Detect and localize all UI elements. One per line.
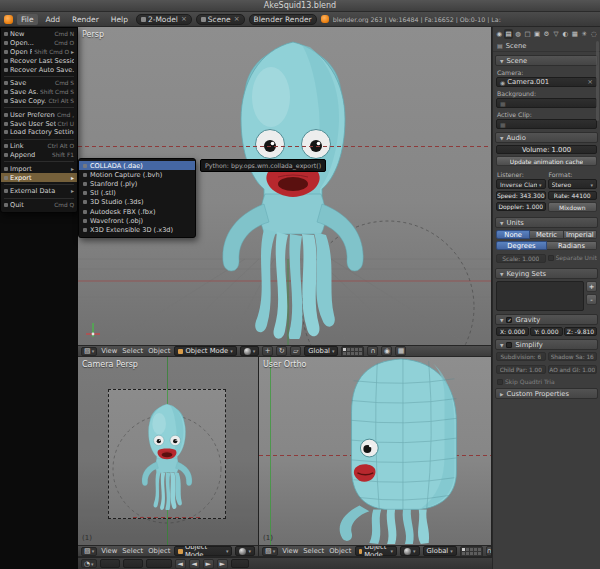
audio-panel-header[interactable]: Audio xyxy=(495,132,598,143)
custom-properties-panel-header[interactable]: Custom Properties xyxy=(495,388,598,399)
keying-sets-list[interactable] xyxy=(496,281,584,311)
channels-select[interactable]: Stereo xyxy=(548,179,598,189)
object-menu[interactable]: Object xyxy=(147,547,171,555)
file-menu-item-external-data[interactable]: External Data xyxy=(1,187,77,196)
unit-scale-field[interactable]: Scale: 1.000 xyxy=(496,254,546,263)
file-menu-item-open[interactable]: Open... Cmd O xyxy=(1,39,77,48)
simplify-checkbox[interactable] xyxy=(506,342,512,348)
units-imperial-button[interactable]: Imperial xyxy=(564,230,597,239)
simplify-shadow-samples-field[interactable]: Shadow Sa: 16 xyxy=(548,352,598,361)
material-tab-icon[interactable] xyxy=(561,29,569,39)
select-menu[interactable]: Select xyxy=(121,547,144,555)
squid-model[interactable] xyxy=(198,39,388,339)
timeline-editor-select[interactable] xyxy=(81,559,97,568)
file-menu-item-load-factory-settings[interactable]: Load Factory Settings xyxy=(1,128,77,137)
viewport-camera[interactable]: Camera Persp (1) xyxy=(78,357,259,545)
export-3ds-item[interactable]: 3D Studio (.3ds) xyxy=(79,198,195,207)
separate-units-checkbox[interactable]: Separate Units xyxy=(548,254,598,261)
file-menu-item-user-preferences[interactable]: User Preferences... Cmd , xyxy=(1,110,77,119)
file-menu-item-link[interactable]: Link Ctrl Alt O xyxy=(1,142,77,151)
scene-tab-icon[interactable] xyxy=(504,29,512,39)
texture-tab-icon[interactable] xyxy=(571,29,579,39)
menu-render[interactable]: Render xyxy=(68,14,103,25)
current-frame-field[interactable] xyxy=(146,559,172,568)
gravity-checkbox[interactable] xyxy=(506,317,512,323)
file-menu-item-import[interactable]: Import xyxy=(1,164,77,173)
render-tab-icon[interactable] xyxy=(495,29,503,39)
render-animation-button[interactable] xyxy=(395,346,406,356)
shading-select[interactable] xyxy=(235,546,255,556)
file-menu-item-save-as[interactable]: Save As... Shift Cmd S xyxy=(1,88,77,97)
clear-icon[interactable] xyxy=(587,78,593,86)
object-tab-icon[interactable] xyxy=(523,29,531,39)
export-obj-item[interactable]: Wavefront (.obj) xyxy=(79,216,195,225)
file-menu-item-save-user-settings[interactable]: Save User Settings Ctrl U xyxy=(1,119,77,128)
background-select[interactable] xyxy=(496,98,597,108)
update-animation-cache-button[interactable]: Update animation cache xyxy=(496,156,597,166)
camera-select[interactable]: Camera.001 xyxy=(496,77,597,87)
file-menu-item-save-copy[interactable]: Save Copy... Ctrl Alt S xyxy=(1,97,77,106)
layers-widget[interactable] xyxy=(460,546,483,557)
sync-select[interactable] xyxy=(231,559,249,568)
skip-quadtri-checkbox[interactable]: Skip Quadtri Tria xyxy=(497,378,596,385)
editor-type-select[interactable] xyxy=(262,547,278,556)
editor-type-select[interactable] xyxy=(81,347,97,356)
world-tab-icon[interactable] xyxy=(514,29,522,39)
export-collada-item[interactable]: COLLADA (.dae) xyxy=(79,161,195,170)
screen-layout-selector[interactable]: 2-Model xyxy=(136,14,192,25)
file-menu-item-open-recent[interactable]: Open Recent... Shift Cmd O xyxy=(1,48,77,57)
gravity-z-field[interactable]: Z: -9.810 xyxy=(564,327,597,336)
viewport-ortho[interactable]: User Ortho (1) xyxy=(259,357,492,545)
file-menu-item-save[interactable]: Save Cmd S xyxy=(1,79,77,88)
file-menu-item-append[interactable]: Append Shift F1 xyxy=(1,151,77,160)
jump-start-button[interactable] xyxy=(175,559,186,569)
simplify-subdivision-field[interactable]: Subdivision: 6 xyxy=(496,352,546,361)
distance-model-select[interactable]: Inverse Clamped xyxy=(496,179,546,189)
file-menu-item-recover-auto-save[interactable]: Recover Auto Save... xyxy=(1,65,77,74)
select-menu[interactable]: Select xyxy=(302,547,325,555)
add-keying-set-button[interactable]: + xyxy=(586,281,597,292)
object-data-tab-icon[interactable] xyxy=(552,29,560,39)
radians-button[interactable]: Radians xyxy=(547,241,597,250)
doppler-field[interactable]: Doppler: 1.000 xyxy=(496,202,546,211)
view-menu[interactable]: View xyxy=(100,547,118,555)
object-menu[interactable]: Object xyxy=(147,347,171,355)
layers-widget[interactable] xyxy=(341,346,364,357)
prev-frame-button[interactable] xyxy=(189,559,200,569)
units-metric-button[interactable]: Metric xyxy=(530,230,563,239)
blender-logo-icon[interactable] xyxy=(4,15,13,24)
squid-model-side[interactable] xyxy=(315,357,485,545)
rate-field[interactable]: Rate: 44100 xyxy=(548,191,598,200)
scrollbar[interactable] xyxy=(596,41,599,121)
mode-select[interactable]: Object Mode xyxy=(355,546,397,556)
scene-panel-header[interactable]: Scene xyxy=(495,55,598,66)
mixdown-button[interactable]: Mixdown xyxy=(548,202,598,212)
mode-select[interactable]: Object Mode xyxy=(174,346,236,356)
simplify-panel-header[interactable]: Simplify xyxy=(495,339,598,350)
manipulator-rotate-button[interactable] xyxy=(276,346,287,356)
menu-help[interactable]: Help xyxy=(107,14,132,25)
manipulator-scale-button[interactable] xyxy=(290,346,301,356)
scene-selector[interactable]: Scene xyxy=(196,14,245,25)
play-button[interactable] xyxy=(203,559,214,569)
file-menu-item-new[interactable]: New Cmd N xyxy=(1,30,77,39)
units-none-button[interactable]: None xyxy=(496,230,530,239)
constraints-tab-icon[interactable] xyxy=(533,29,541,39)
squid-model[interactable] xyxy=(133,403,201,510)
object-menu[interactable]: Object xyxy=(328,547,352,555)
select-menu[interactable]: Select xyxy=(121,347,144,355)
export-stl-item[interactable]: Stl (.stl) xyxy=(79,189,195,198)
active-clip-select[interactable] xyxy=(496,119,597,129)
render-opengl-button[interactable] xyxy=(381,346,392,356)
speed-field[interactable]: Speed: 343.300 xyxy=(496,191,546,200)
menu-add[interactable]: Add xyxy=(42,14,65,25)
export-bvh-item[interactable]: Motion Capture (.bvh) xyxy=(79,170,195,179)
render-engine-select[interactable]: Blender Render xyxy=(249,14,317,25)
orientation-select[interactable]: Global xyxy=(304,346,338,356)
modifiers-tab-icon[interactable] xyxy=(542,29,550,39)
view-menu[interactable]: View xyxy=(281,547,299,555)
file-menu-item-quit[interactable]: Quit Cmd Q xyxy=(1,201,77,210)
file-menu-item-recover-last-session[interactable]: Recover Last Session xyxy=(1,56,77,65)
close-icon[interactable] xyxy=(234,15,240,23)
editor-type-select[interactable] xyxy=(81,547,97,556)
